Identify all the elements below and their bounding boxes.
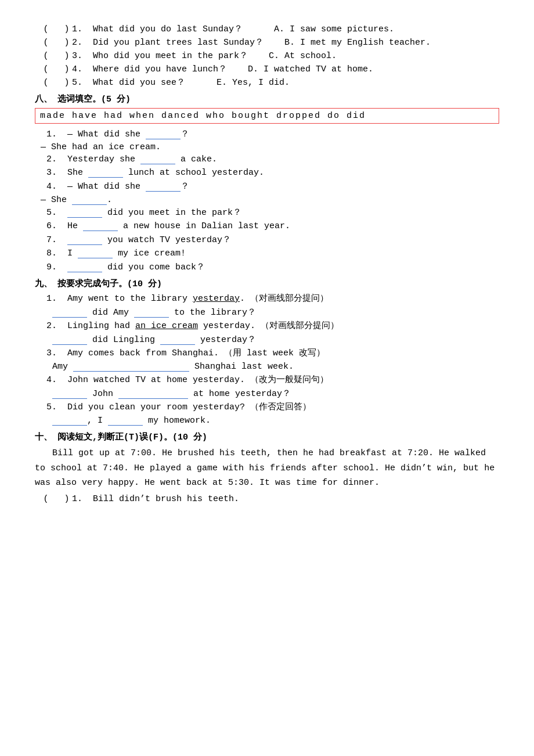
paren-close-2: ) (62, 38, 72, 48)
match-item-4: ( )4. Where did you have lunch？ D. I wat… (35, 63, 499, 74)
s9-item-2: 2. Lingling had an ice cream yesterday. … (35, 320, 499, 331)
fill-item-1: 1. — What did she ？ (35, 128, 499, 139)
fill-item-4: 4. — What did she ？ (35, 181, 499, 192)
blank-9-1b (134, 307, 169, 318)
paren-close-4: ) (62, 64, 72, 74)
fill-item-9: 9. did you come back？ (35, 261, 499, 272)
dialog-4: — She . (35, 195, 499, 205)
matching-section: ( )1. What did you do last Sunday？ A. I … (35, 23, 499, 88)
paren-close-3: ) (62, 51, 72, 61)
blank-1 (146, 129, 181, 139)
blank-9-5a (52, 415, 87, 426)
s9-item-3-answer: Amy Shanghai last week. (35, 361, 499, 372)
blank-9-4a (52, 388, 87, 399)
blank-9-2a (52, 334, 87, 345)
blank-9-5b (108, 415, 143, 426)
match-item-2: ( )2. Did you plant trees last Sunday？ B… (35, 37, 499, 48)
fill-item-6: 6. He a new house in Dalian last year. (35, 221, 499, 231)
section-8: 八、 选词填空。(5 分) made have had when danced … (35, 93, 499, 272)
s9-item-2-answer: did Lingling yesterday？ (35, 334, 499, 345)
match-item-1: ( )1. What did you do last Sunday？ A. I … (35, 23, 499, 34)
s9-item-4: 4. John watched TV at home yesterday. （改… (35, 374, 499, 385)
section-9-title: 九、 按要求完成句子。(10 分) (35, 278, 499, 289)
section-8-title: 八、 选词填空。(5 分) (35, 93, 499, 105)
s10-paren-close-1: ) (62, 494, 72, 504)
fill-item-2: 2. Yesterday she a cake. (35, 154, 499, 164)
s9-item-4-answer: John at home yesterday？ (35, 388, 499, 399)
section-10: 十、 阅读短文,判断正(T)误(F)。(10 分) Bill got up at… (35, 431, 499, 504)
s9-item-5: 5. Did you clean your room yesterday? （作… (35, 401, 499, 412)
dialog-1: — She had an ice cream. (35, 142, 499, 152)
blank-3 (88, 167, 123, 178)
section-10-title: 十、 阅读短文,判断正(T)误(F)。(10 分) (35, 431, 499, 442)
s10-paren-1: ( (41, 494, 51, 504)
blank-9-3 (73, 361, 189, 372)
blank-9 (67, 262, 102, 272)
blank-4 (146, 181, 181, 192)
paren-4: ( (41, 64, 51, 74)
section-9: 九、 按要求完成句子。(10 分) 1. Amy went to the lib… (35, 278, 499, 426)
paren-close-5: ) (62, 78, 72, 88)
match-item-3: ( )3. Who did you meet in the park？ C. A… (35, 50, 499, 61)
blank-9-2b (160, 334, 195, 345)
s9-item-1: 1. Amy went to the library yesterday. （对… (35, 293, 499, 304)
blank-9-1a (52, 307, 87, 318)
paren-close-1: ) (62, 24, 72, 34)
blank-5 (67, 207, 102, 218)
match-item-5: ( )5. What did you see？ E. Yes, I did. (35, 77, 499, 88)
paren-5: ( (41, 78, 51, 88)
blank-8 (78, 248, 113, 258)
s9-item-3: 3. Amy comes back from Shanghai. （用 last… (35, 347, 499, 358)
blank-9-4b (118, 388, 188, 399)
fill-item-8: 8. I my ice cream! (35, 248, 499, 258)
underline-yesterday: yesterday (193, 294, 240, 304)
reading-passage: Bill got up at 7:00. He brushed his teet… (35, 446, 499, 491)
s9-item-5-answer: , I my homework. (35, 415, 499, 426)
paren-3: ( (41, 51, 51, 61)
paren-2: ( (41, 38, 51, 48)
fill-item-3: 3. She lunch at school yesterday. (35, 167, 499, 178)
blank-4b (72, 195, 107, 205)
fill-item-7: 7. you watch TV yesterday？ (35, 234, 499, 245)
underline-ice-cream: an ice cream (135, 321, 198, 331)
blank-7 (67, 235, 102, 245)
s9-item-1-answer: did Amy to the library？ (35, 307, 499, 318)
s10-item-1: ( )1. Bill didn’t brush his teeth. (35, 494, 499, 504)
paren-1: ( (41, 24, 51, 34)
word-box: made have had when danced who bought dro… (35, 108, 499, 124)
blank-6 (83, 221, 118, 231)
fill-item-5: 5. did you meet in the park？ (35, 207, 499, 218)
blank-2 (140, 154, 175, 164)
